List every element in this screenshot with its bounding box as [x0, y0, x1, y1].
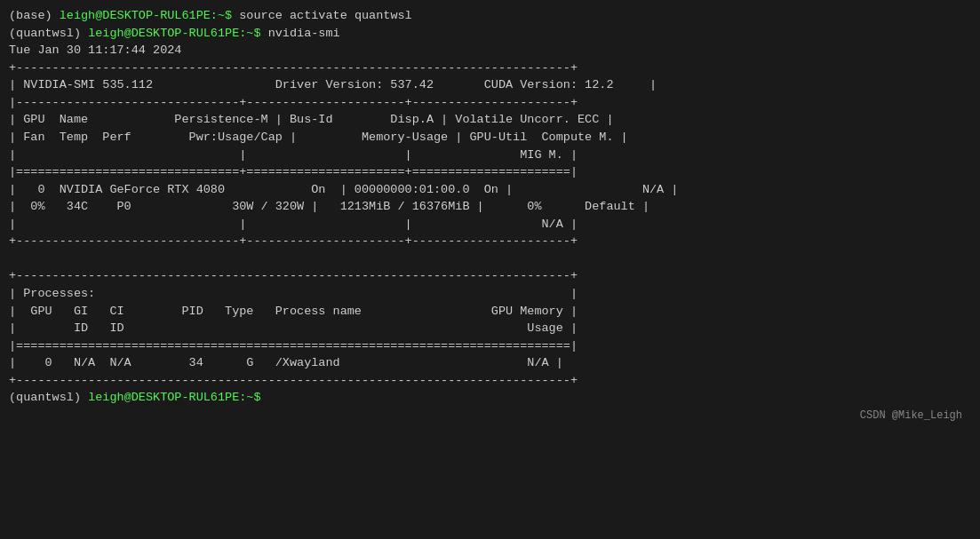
line-equal-divider-1: |===============================+=======… [9, 163, 971, 181]
line-proc-col-2: | ID ID Usage | [9, 320, 971, 337]
line-nvidia-header: | NVIDIA-SMI 535.112 Driver Version: 537… [9, 76, 971, 94]
line-2: (quantwsl) leigh@DESKTOP-RUL61PE:~$ nvid… [9, 25, 971, 43]
line-final-prompt: (quantwsl) leigh@DESKTOP-RUL61PE:~$ [9, 389, 971, 407]
line-proc-top-border: +---------------------------------------… [9, 267, 971, 285]
line-col-header-1: | GPU Name Persistence-M | Bus-Id Disp.A… [9, 111, 971, 129]
line-empty [9, 250, 971, 268]
line-col-header-2: | Fan Temp Perf Pwr:Usage/Cap | Memory-U… [9, 129, 971, 147]
terminal-window: (base) leigh@DESKTOP-RUL61PE:~$ source a… [0, 0, 980, 539]
line-proc-row-1: | 0 N/A N/A 34 G /Xwayland N/A | [9, 354, 971, 372]
cursor [261, 391, 268, 404]
prompt-base: (base) [9, 9, 60, 22]
line-proc-col-1: | GPU GI CI PID Type Process name GPU Me… [9, 303, 971, 321]
cmd-2: nvidia-smi [261, 27, 340, 40]
footer-attribution: CSDN @Mike_Leigh [9, 408, 971, 424]
terminal-content: (base) leigh@DESKTOP-RUL61PE:~$ source a… [9, 7, 971, 407]
line-equal-divider-2: |=======================================… [9, 337, 971, 355]
line-1: (base) leigh@DESKTOP-RUL61PE:~$ source a… [9, 7, 971, 25]
prompt-user-1: leigh@DESKTOP-RUL61PE:~$ [60, 9, 232, 22]
line-gpu-row-2: | 0% 34C P0 30W / 320W | 1213MiB / 16376… [9, 198, 971, 216]
line-gpu-row-1: | 0 NVIDIA GeForce RTX 4080 On | 0000000… [9, 181, 971, 199]
line-gpu-row-3: | | | N/A | [9, 216, 971, 234]
prompt-user-2: leigh@DESKTOP-RUL61PE:~$ [88, 27, 260, 40]
line-sub-divider: |-------------------------------+-------… [9, 94, 971, 112]
prompt-user-3: leigh@DESKTOP-RUL61PE:~$ [88, 391, 260, 404]
line-col-header-3: | | | MIG M. | [9, 147, 971, 164]
line-processes-header: | Processes: | [9, 285, 971, 303]
line-proc-bottom-border: +---------------------------------------… [9, 372, 971, 390]
line-gpu-bottom-border: +-------------------------------+-------… [9, 233, 971, 250]
line-top-border: +---------------------------------------… [9, 59, 971, 77]
prompt-quantwsl: (quantwsl) [9, 27, 88, 40]
prompt-quantwsl-2: (quantwsl) [9, 391, 88, 404]
cmd-1: source activate quantwsl [232, 9, 412, 22]
line-date: Tue Jan 30 11:17:44 2024 [9, 42, 971, 59]
